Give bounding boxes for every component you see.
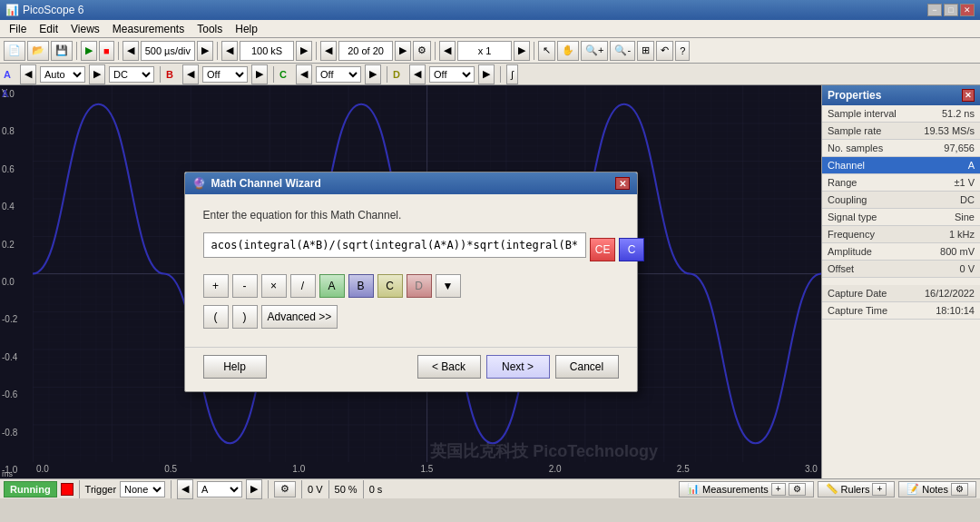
zoom-out-tool[interactable]: 🔍- [610, 41, 635, 61]
prop-val-frequency: 1 kHz [916, 226, 980, 242]
ch-b-prev[interactable]: ◀ [182, 64, 199, 84]
plus-button[interactable]: + [203, 274, 229, 298]
cancel-button[interactable]: Cancel [555, 355, 619, 379]
prop-row-frequency: Frequency 1 kHz [822, 226, 980, 243]
menu-file[interactable]: File [4, 21, 32, 37]
ch-a-button[interactable]: A [319, 274, 345, 298]
menu-measurements[interactable]: Measurements [107, 21, 190, 37]
pan-tool[interactable]: ✋ [557, 41, 579, 61]
stop-button[interactable]: ■ [99, 41, 114, 61]
cursor-tool[interactable]: ↖ [538, 41, 555, 61]
prop-key-channel: Channel [822, 157, 916, 173]
prop-val-coupling: DC [916, 192, 980, 208]
minus-button[interactable]: - [232, 274, 258, 298]
trigger-select[interactable]: None [120, 481, 165, 497]
prop-key-no-samples: No. samples [822, 140, 916, 156]
dropdown-button[interactable]: ▼ [436, 274, 461, 298]
next-timebase[interactable]: ▶ [197, 41, 213, 61]
ch-c-select[interactable]: Off [316, 66, 361, 83]
prop-row-no-samples: No. samples 97,656 [822, 140, 980, 157]
measurements-settings[interactable]: ⚙ [789, 483, 806, 496]
zoom-fit-tool[interactable]: ⊞ [637, 41, 654, 61]
next-button[interactable]: Next > [486, 355, 550, 379]
trigger-ch-select[interactable]: A [197, 481, 242, 497]
rulers-add[interactable]: + [872, 483, 887, 496]
app-title: PicoScope 6 [23, 4, 83, 16]
trigger-prev[interactable]: ◀ [177, 479, 193, 499]
help-tool[interactable]: ? [675, 41, 690, 61]
undo-tool[interactable]: ↶ [656, 41, 673, 61]
open-button[interactable]: 📂 [27, 41, 49, 61]
properties-close-button[interactable]: ✕ [962, 89, 975, 102]
sample-rate-display: 100 kS [240, 41, 294, 61]
close-button[interactable]: ✕ [960, 4, 975, 16]
measurements-add[interactable]: + [771, 483, 786, 496]
ch-a-next[interactable]: ▶ [89, 64, 105, 84]
prop-row-sample-interval: Sample interval 51.2 ns [822, 105, 980, 123]
stop-indicator[interactable] [61, 483, 74, 496]
modal-title: Math Channel Wizard [211, 177, 321, 190]
open-paren-button[interactable]: ( [203, 305, 229, 329]
help-button[interactable]: Help [203, 355, 267, 379]
ch-b-next[interactable]: ▶ [251, 64, 268, 84]
notes-icon: 📝 [906, 483, 919, 495]
notes-settings[interactable]: ⚙ [951, 483, 968, 496]
prev-timebase[interactable]: ◀ [122, 41, 139, 61]
trigger-settings[interactable]: ⚙ [274, 481, 296, 497]
tab-rulers[interactable]: 📏 Rulers + [818, 481, 896, 497]
ce-button[interactable]: CE [590, 238, 615, 261]
menu-edit[interactable]: Edit [34, 21, 64, 37]
prev-zoom[interactable]: ◀ [439, 41, 456, 61]
prop-row-coupling: Coupling DC [822, 192, 980, 209]
menu-views[interactable]: Views [65, 21, 105, 37]
ch-c-next[interactable]: ▶ [365, 64, 381, 84]
c-button[interactable]: C [619, 238, 644, 261]
run-button[interactable]: ▶ [81, 41, 97, 61]
save-button[interactable]: 💾 [51, 41, 73, 61]
ch-d-next[interactable]: ▶ [478, 64, 495, 84]
modal-body: Enter the equation for this Math Channel… [185, 194, 637, 347]
ch-c-prev[interactable]: ◀ [296, 64, 312, 84]
divide-button[interactable]: / [290, 274, 316, 298]
tab-notes[interactable]: 📝 Notes ⚙ [898, 481, 976, 497]
next-sample-rate[interactable]: ▶ [296, 41, 312, 61]
zoom-in-tool[interactable]: 🔍+ [581, 41, 608, 61]
equation-row: acos(integral(A*B)/(sqrt(integral(A*A))*… [203, 232, 619, 267]
prev-capture[interactable]: ◀ [320, 41, 337, 61]
multiply-button[interactable]: × [261, 274, 287, 298]
maximize-button[interactable]: □ [944, 4, 958, 16]
back-button[interactable]: < Back [417, 355, 481, 379]
ch-a-coupling[interactable]: DC [109, 66, 154, 83]
ch-d-select[interactable]: Off [429, 66, 475, 83]
ch-b-button[interactable]: B [348, 274, 374, 298]
new-button[interactable]: 📄 [4, 41, 25, 61]
ch-c-button[interactable]: C [377, 274, 403, 298]
equation-input[interactable]: acos(integral(A*B)/(sqrt(integral(A*A))*… [203, 232, 587, 258]
ch-b-select[interactable]: Off [202, 66, 248, 83]
operator-row: + - × / A B C D ▼ [203, 274, 619, 298]
close-paren-button[interactable]: ) [232, 305, 258, 329]
ch-a-prev[interactable]: ◀ [20, 64, 36, 84]
ch-a-select[interactable]: Auto [40, 66, 85, 83]
trigger-label: Trigger [85, 484, 116, 495]
ch-d-prev[interactable]: ◀ [409, 64, 426, 84]
paren-row: ( ) Advanced >> [203, 305, 619, 329]
menu-help[interactable]: Help [230, 21, 263, 37]
trigger-next[interactable]: ▶ [246, 479, 262, 499]
math-channel[interactable]: ∫ [506, 64, 518, 84]
minimize-button[interactable]: − [927, 4, 942, 16]
next-capture[interactable]: ▶ [395, 41, 411, 61]
ch-d-button[interactable]: D [407, 274, 432, 298]
menu-tools[interactable]: Tools [191, 21, 228, 37]
advanced-button[interactable]: Advanced >> [261, 305, 338, 329]
modal-close-button[interactable]: ✕ [615, 177, 630, 190]
prop-val-no-samples: 97,656 [916, 140, 980, 156]
next-zoom[interactable]: ▶ [514, 41, 530, 61]
prop-val-capture-date: 16/12/2022 [916, 285, 980, 301]
tab-measurements[interactable]: 📊 Measurements + ⚙ [679, 481, 814, 497]
zoom-display: x 1 [457, 41, 512, 61]
prev-sample-rate[interactable]: ◀ [221, 41, 238, 61]
prop-row-range: Range ±1 V [822, 174, 980, 192]
capture-options[interactable]: ⚙ [413, 41, 431, 61]
prop-row-capture-date: Capture Date 16/12/2022 [822, 285, 980, 302]
